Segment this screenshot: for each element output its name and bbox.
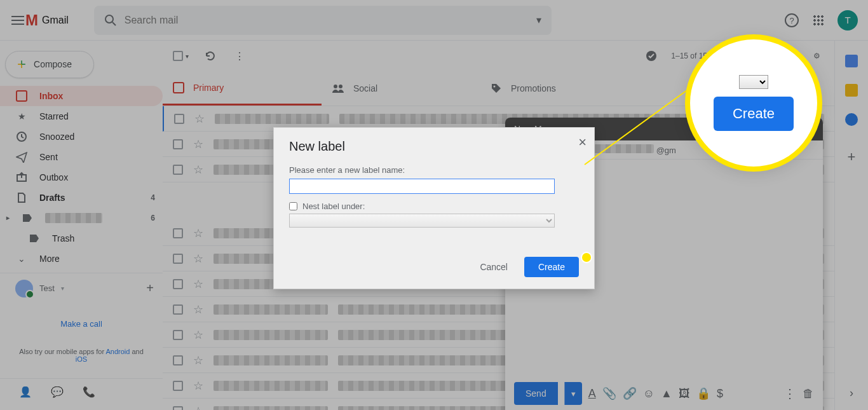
cancel-button[interactable]: Cancel — [472, 257, 515, 277]
new-label-dialog: × New label Please enter a new label nam… — [273, 127, 595, 289]
nest-label-checkbox[interactable] — [289, 202, 297, 210]
callout-highlight: Create — [690, 39, 817, 167]
callout-select — [739, 75, 768, 89]
label-name-input[interactable] — [289, 179, 555, 194]
label-name-prompt: Please enter a new label name: — [289, 165, 579, 175]
callout-create-button: Create — [714, 97, 794, 131]
nest-label-text: Nest label under: — [302, 202, 365, 211]
callout-anchor — [581, 252, 592, 263]
nest-parent-select[interactable] — [289, 214, 555, 228]
dialog-close-icon[interactable]: × — [578, 134, 587, 151]
create-button[interactable]: Create — [524, 257, 579, 277]
dialog-title: New label — [289, 139, 579, 154]
